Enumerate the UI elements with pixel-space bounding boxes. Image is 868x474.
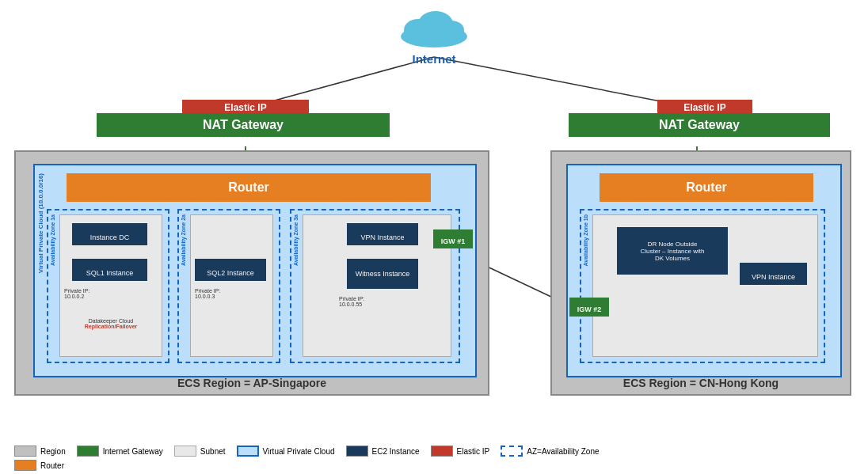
legend-eip: Elastic IP: [431, 446, 490, 457]
az1b-label: Availability Zone 1b: [583, 214, 588, 266]
router-right: Router: [600, 173, 813, 202]
router-left: Router: [67, 173, 431, 202]
az-2a: Availability Zone 2a SQL2 Instance Priva…: [177, 209, 280, 363]
internet-label: Internet: [394, 52, 474, 66]
legend-az: AZ=Availability Zone: [501, 446, 599, 457]
legend-igw: Internet Gateway: [77, 446, 163, 457]
az-1a: Availability Zone 1a Instance DC SQL1 In…: [47, 209, 169, 363]
vpn-instance-right: VPN Instance: [740, 263, 807, 285]
svg-point-15: [439, 21, 464, 40]
legend-router: Router: [14, 460, 64, 471]
legend-subnet: Subnet: [174, 446, 226, 457]
region-title-right: ECS Region = CN-Hong Kong: [552, 377, 850, 389]
diagram-container: Internet Elastic IP NAT Gateway Virtual …: [0, 0, 868, 474]
vpc-right: Router Availability Zone 1b DR Node Outs…: [566, 164, 842, 377]
private-ip-left: Private IP: 10.0.0.2: [64, 288, 89, 299]
vpn-instance-left: VPN Instance: [347, 223, 418, 245]
az3a-label: Availability Zone 3a: [293, 214, 299, 266]
vpc-left: Virtual Private Cloud (10.0.0.0/16) Rout…: [33, 164, 477, 377]
instance-dc: Instance DC: [72, 223, 147, 245]
region-title-left: ECS Region = AP-Singapore: [16, 377, 488, 389]
region-left: Virtual Private Cloud (10.0.0.0/16) Rout…: [14, 150, 489, 396]
legend-ec2: EC2 Instance: [346, 446, 420, 457]
internet-cloud: Internet: [394, 6, 474, 66]
igw2: IGW #2: [569, 298, 609, 317]
dr-node: DR Node Outside Cluster – Instance with …: [617, 227, 728, 275]
legend-region: Region: [14, 446, 66, 457]
sql2-instance: SQL2 Instance: [195, 259, 266, 281]
witness-instance: Witness Instance: [347, 259, 418, 289]
az2a-label: Availability Zone 2a: [181, 214, 186, 266]
igw1: IGW #1: [433, 229, 473, 248]
az-1b: Availability Zone 1b DR Node Outside Clu…: [580, 209, 825, 363]
nat-gateway-left: NAT Gateway: [97, 113, 390, 137]
nat-gateway-right: NAT Gateway: [569, 113, 830, 137]
private-ip-middle: Private IP: 10.0.0.3: [195, 288, 220, 299]
az1a-label: Availability Zone 1a: [50, 214, 55, 266]
legend-vpc: Virtual Private Cloud: [237, 446, 335, 457]
az-3a: Availability Zone 3a VPN Instance Witnes…: [290, 209, 460, 363]
datakeeper-label: Datakeeper Cloud Replication/Failover: [64, 318, 158, 329]
sql1-instance: SQL1 Instance: [72, 259, 147, 281]
private-ip-right: Private IP: 10.0.0.55: [339, 296, 364, 307]
vpc-label-left: Virtual Private Cloud (10.0.0.0/16): [37, 173, 44, 273]
legend: Region Internet Gateway Subnet Virtual P…: [14, 446, 608, 471]
region-right: Router Availability Zone 1b DR Node Outs…: [550, 150, 851, 396]
